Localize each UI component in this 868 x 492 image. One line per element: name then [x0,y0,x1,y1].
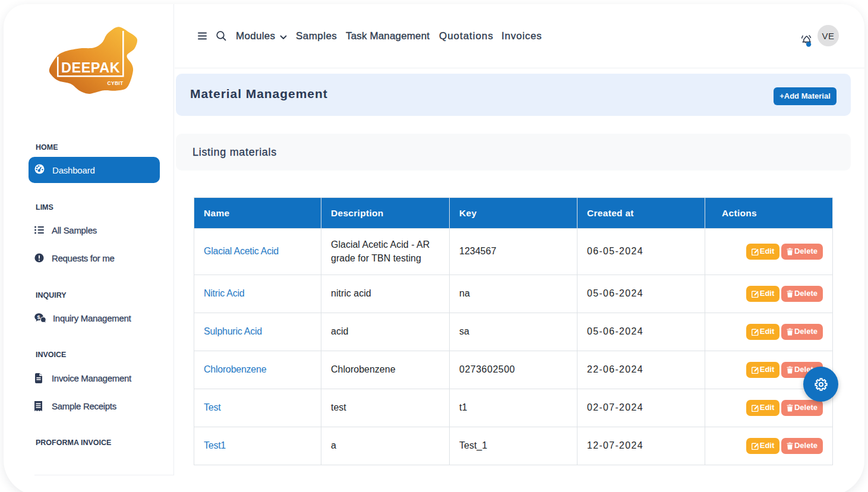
svg-text:DEEPAK: DEEPAK [61,60,120,75]
svg-text:CYBIT: CYBIT [108,80,124,86]
